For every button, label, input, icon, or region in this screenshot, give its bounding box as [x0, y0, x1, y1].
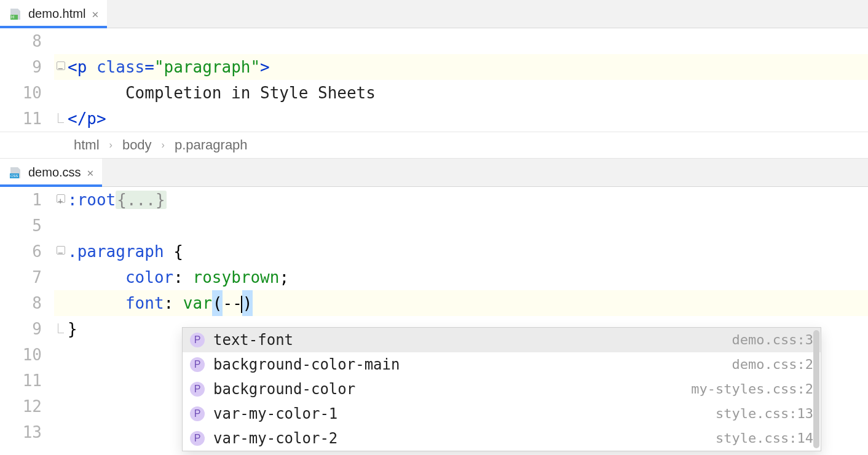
crumb[interactable]: html	[74, 137, 100, 153]
code-line[interactable]: Completion in Style Sheets	[68, 80, 376, 106]
line-number: 10	[0, 80, 54, 106]
code-line[interactable]: <p class="paragraph">	[68, 54, 270, 80]
tabbar-html: H demo.html ✕	[0, 0, 868, 28]
html-file-icon: H	[9, 7, 22, 21]
completion-item[interactable]: P background-color-main demo.css:2	[183, 352, 821, 377]
line-number: 1	[0, 187, 54, 213]
completion-location: demo.css:2	[732, 352, 813, 377]
line-number: 9	[0, 316, 54, 342]
completion-label: text-font	[213, 328, 724, 352]
completion-label: background-color	[213, 377, 682, 402]
fold-marker[interactable]	[54, 191, 68, 209]
completion-label: var-my-color-2	[213, 426, 707, 451]
tab-label: demo.html	[28, 7, 85, 21]
fold-end-marker	[54, 320, 68, 338]
code-line[interactable]: }	[68, 316, 77, 342]
chevron-right-icon: ›	[109, 140, 112, 151]
line-number: 5	[0, 213, 54, 239]
completion-label: background-color-main	[213, 352, 724, 377]
line-number: 6	[0, 239, 54, 264]
completion-location: style.css:14	[716, 426, 813, 451]
line-number: 12	[0, 394, 54, 419]
svg-text:CSS: CSS	[10, 174, 18, 178]
breadcrumb: html › body › p.paragraph	[0, 132, 868, 159]
close-icon[interactable]: ✕	[92, 7, 98, 20]
chevron-right-icon: ›	[162, 140, 165, 151]
line-number: 8	[0, 290, 54, 316]
line-number: 9	[0, 54, 54, 80]
completion-item[interactable]: P var-my-color-1 style.css:13	[183, 402, 821, 426]
line-number: 13	[0, 419, 54, 445]
code-line[interactable]: </p>	[68, 106, 106, 132]
line-number: 10	[0, 342, 54, 368]
editor-html[interactable]: 8 9 <p class="paragraph"> 10 Completion …	[0, 28, 868, 132]
line-number: 11	[0, 106, 54, 132]
tab-demo-html[interactable]: H demo.html ✕	[0, 0, 107, 28]
editor-panel-html: H demo.html ✕ 8 9 <p class="paragraph"> …	[0, 0, 868, 159]
completion-item[interactable]: P var-my-color-2 style.css:14	[183, 426, 821, 451]
tab-demo-css[interactable]: CSS demo.css ✕	[0, 159, 102, 186]
completion-item[interactable]: P text-font demo.css:3	[183, 328, 821, 352]
completion-location: my-styles.css:2	[691, 377, 813, 402]
completion-location: style.css:13	[716, 402, 813, 426]
fold-marker[interactable]	[54, 242, 68, 261]
property-kind-icon: P	[190, 382, 205, 397]
close-icon[interactable]: ✕	[87, 166, 94, 179]
crumb[interactable]: body	[122, 137, 152, 153]
code-line[interactable]: font: var(--)	[68, 290, 253, 316]
tabbar-css: CSS demo.css ✕	[0, 159, 868, 187]
css-file-icon: CSS	[9, 166, 22, 180]
crumb[interactable]: p.paragraph	[175, 137, 248, 153]
completion-location: demo.css:3	[732, 328, 813, 352]
completion-label: var-my-color-1	[213, 402, 707, 426]
property-kind-icon: P	[190, 333, 205, 347]
line-number: 7	[0, 264, 54, 290]
property-kind-icon: P	[190, 406, 205, 421]
line-number: 8	[0, 28, 54, 54]
fold-marker[interactable]	[54, 58, 68, 76]
tab-label: demo.css	[28, 165, 81, 180]
property-kind-icon: P	[190, 431, 205, 446]
property-kind-icon: P	[190, 357, 205, 372]
fold-end-marker	[54, 109, 68, 128]
completion-item[interactable]: P background-color my-styles.css:2	[183, 377, 821, 402]
code-line[interactable]: color: rosybrown;	[68, 264, 289, 290]
svg-text:H: H	[11, 15, 14, 19]
code-line[interactable]: :root{...}	[68, 187, 167, 213]
line-number: 11	[0, 368, 54, 394]
popup-scrollbar[interactable]	[813, 330, 819, 448]
completion-popup: P text-font demo.css:3 P background-colo…	[182, 327, 821, 451]
code-line[interactable]: .paragraph {	[68, 239, 183, 264]
